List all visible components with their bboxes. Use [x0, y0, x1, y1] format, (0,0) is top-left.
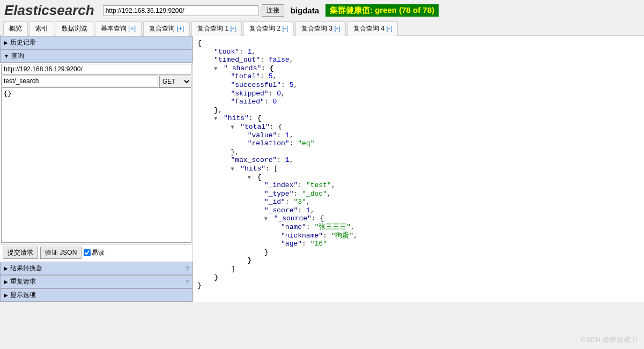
tab-label: 概览	[9, 25, 22, 32]
tab-0[interactable]: 概览	[3, 21, 28, 36]
tab-label: 复合查询 3	[301, 25, 332, 32]
tab-add-icon[interactable]: [+]	[176, 25, 184, 32]
query-label: 查询	[11, 51, 24, 61]
left-panel: ▶ 历史记录 ▼ 查询 GET {} 提交请求 验证 JSON 易读	[0, 36, 193, 302]
chevron-right-icon: ▶	[4, 265, 8, 271]
transformer-label: 结果转换器	[10, 264, 42, 273]
tab-8[interactable]: 复合查询 4 [-]	[347, 21, 398, 36]
pretty-checkbox-label[interactable]: 易读	[84, 248, 105, 257]
tab-1[interactable]: 索引	[29, 21, 54, 36]
chevron-right-icon: ▶	[4, 40, 8, 46]
transformer-section-header[interactable]: ▶ 结果转换器 ?	[0, 262, 193, 275]
tab-bar: 概览索引数据浏览基本查询 [+]复合查询 [+]复合查询 1 [-]复合查询 2…	[0, 21, 644, 36]
repeat-label: 重复请求	[10, 277, 36, 286]
tab-remove-icon[interactable]: [-]	[387, 25, 393, 32]
validate-json-button[interactable]: 验证 JSON	[40, 247, 82, 259]
path-input[interactable]	[1, 76, 158, 86]
display-label: 显示选项	[10, 291, 36, 300]
cluster-url-input[interactable]	[103, 5, 258, 16]
query-form: GET {} 提交请求 验证 JSON 易读	[0, 63, 193, 262]
submit-button[interactable]: 提交请求	[3, 247, 38, 259]
tab-label: 复合查询 2	[249, 25, 280, 32]
tab-label: 基本查询	[101, 25, 127, 32]
pretty-checkbox[interactable]	[84, 249, 91, 256]
tab-2[interactable]: 数据浏览	[56, 21, 93, 36]
tab-add-icon[interactable]: [+]	[128, 25, 136, 32]
history-label: 历史记录	[10, 38, 36, 47]
tab-remove-icon[interactable]: [-]	[230, 25, 236, 32]
tab-label: 索引	[35, 25, 48, 32]
tab-remove-icon[interactable]: [-]	[334, 25, 340, 32]
tab-remove-icon[interactable]: [-]	[282, 25, 288, 32]
cluster-name: bigdata	[291, 6, 319, 15]
repeat-section-header[interactable]: ▶ 重复请求 ?	[0, 275, 193, 288]
base-url-input[interactable]	[1, 64, 191, 75]
query-section-header[interactable]: ▼ 查询	[0, 49, 193, 63]
tab-label: 复合查询 1	[197, 25, 228, 32]
cluster-health-badge: 集群健康值: green (78 of 78)	[325, 4, 439, 17]
tab-4[interactable]: 复合查询 [+]	[143, 21, 190, 36]
help-icon[interactable]: ?	[186, 279, 189, 285]
tab-3[interactable]: 基本查询 [+]	[95, 21, 142, 36]
chevron-down-icon: ▼	[4, 53, 9, 59]
tab-5[interactable]: 复合查询 1 [-]	[191, 21, 242, 36]
help-icon[interactable]: ?	[186, 265, 189, 272]
request-body-textarea[interactable]: {}	[1, 87, 191, 243]
tab-label: 复合查询	[149, 25, 175, 32]
tab-label: 数据浏览	[62, 25, 87, 32]
connect-button[interactable]: 连接	[262, 4, 284, 17]
tab-7[interactable]: 复合查询 3 [-]	[295, 21, 346, 36]
app-logo: Elasticsearch	[4, 2, 100, 19]
history-section-header[interactable]: ▶ 历史记录	[0, 36, 193, 49]
pretty-text: 易读	[92, 248, 105, 257]
response-viewer: { "took": 1, "timed_out": false, ▼ "_sha…	[193, 36, 644, 302]
tab-6[interactable]: 复合查询 2 [-]	[243, 21, 294, 36]
chevron-right-icon: ▶	[4, 292, 8, 298]
display-section-header[interactable]: ▶ 显示选项	[0, 288, 193, 302]
tab-label: 复合查询 4	[353, 25, 384, 32]
http-method-select[interactable]: GET	[159, 76, 191, 87]
chevron-right-icon: ▶	[4, 279, 8, 285]
